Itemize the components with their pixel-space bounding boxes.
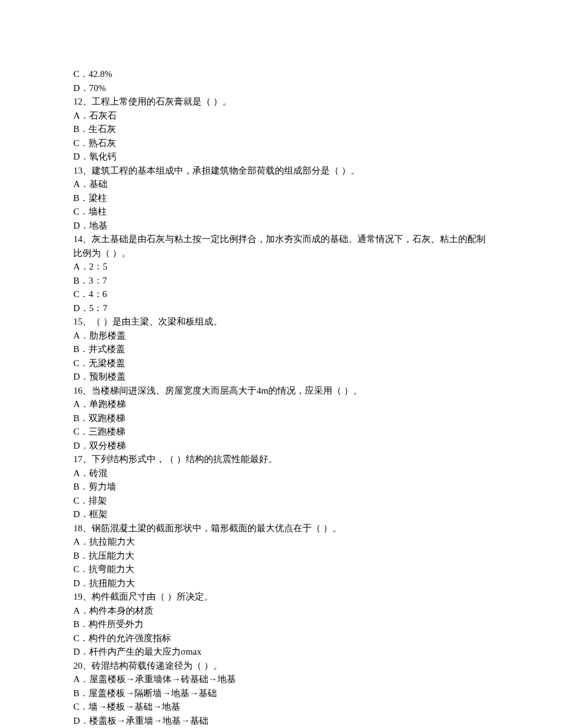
text-line: D．氧化钙 (73, 150, 489, 164)
text-line: B．抗压能力大 (73, 549, 489, 563)
text-line: A．砖混 (73, 466, 489, 480)
text-line: B．井式楼盖 (73, 342, 489, 356)
text-line: D．5：7 (73, 301, 489, 315)
text-line: 13、建筑工程的基本组成中，承担建筑物全部荷载的组成部分是（ ）。 (73, 164, 489, 178)
text-line: D．70% (73, 81, 489, 95)
text-line: D．楼盖板→承重墙→地基→基础 (73, 714, 489, 728)
text-line: 16、当楼梯间进深浅、房屋宽度大而层高大于4m的情况，应采用（ ）。 (73, 384, 489, 398)
text-line: B．生石灰 (73, 122, 489, 136)
text-line: C．墙→楼板→基础→地基 (73, 700, 489, 714)
text-line: D．双分楼梯 (73, 439, 489, 453)
text-line: B．构件所受外力 (73, 617, 489, 631)
text-line: 19、构件截面尺寸由（ ）所决定。 (73, 590, 489, 604)
text-line: 20、砖混结构荷载传递途径为（ ）。 (73, 659, 489, 673)
text-line: C．无梁楼盖 (73, 356, 489, 370)
text-line: C．排架 (73, 494, 489, 508)
text-line: C．熟石灰 (73, 136, 489, 150)
text-line: B．梁柱 (73, 191, 489, 205)
text-line: D．杆件内产生的最大应力σmax (73, 645, 489, 659)
text-line: C．抗弯能力大 (73, 562, 489, 576)
text-line: D．抗扭能力大 (73, 576, 489, 590)
text-line: D．框架 (73, 507, 489, 521)
document-body: C．42.8% D．70% 12、工程上常使用的石灰膏就是（ ）。 A．石灰石 … (73, 67, 489, 728)
text-line: A．石灰石 (73, 109, 489, 123)
text-line: A．单跑楼梯 (73, 397, 489, 411)
text-line: C．墙柱 (73, 205, 489, 219)
text-line: 12、工程上常使用的石灰膏就是（ ）。 (73, 95, 489, 109)
text-line: C．三跑楼梯 (73, 425, 489, 439)
text-line: B．剪力墙 (73, 480, 489, 494)
text-line: A．2：5 (73, 260, 489, 274)
text-line: C．42.8% (73, 67, 489, 81)
text-line: B．屋盖楼板→隔断墙→地基→基础 (73, 686, 489, 700)
text-line: D．预制楼盖 (73, 370, 489, 384)
text-line: 14、灰土基础是由石灰与粘土按一定比例拌合，加水夯实而成的基础。通常情况下，石灰… (73, 232, 489, 260)
text-line: A．屋盖楼板→承重墙体→砖基础→地基 (73, 672, 489, 686)
text-line: D．地基 (73, 219, 489, 233)
text-line: 17、下列结构形式中，（ ）结构的抗震性能最好。 (73, 452, 489, 466)
text-line: A．基础 (73, 177, 489, 191)
text-line: B．3：7 (73, 274, 489, 288)
text-line: A．肋形楼盖 (73, 329, 489, 343)
text-line: 18、钢筋混凝土梁的截面形状中，箱形截面的最大优点在于（ ）。 (73, 521, 489, 535)
text-line: C．构件的允许强度指标 (73, 631, 489, 645)
text-line: C．4：6 (73, 287, 489, 301)
text-line: B．双跑楼梯 (73, 411, 489, 425)
text-line: A．构件本身的材质 (73, 604, 489, 618)
text-line: A．抗拉能力大 (73, 535, 489, 549)
text-line: 15、（ ）是由主梁、次梁和板组成。 (73, 315, 489, 329)
